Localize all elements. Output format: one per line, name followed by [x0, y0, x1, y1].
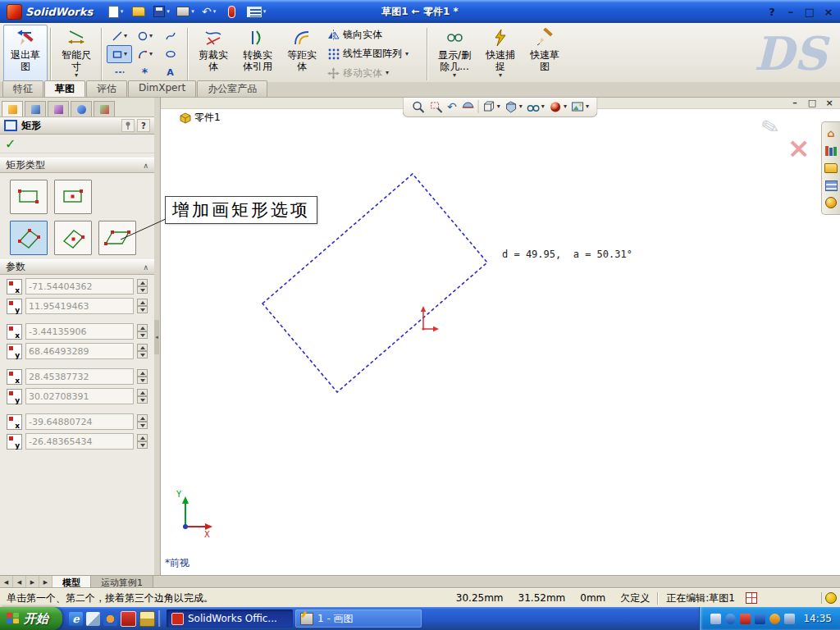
- text-tool-button[interactable]: A: [158, 63, 183, 81]
- options-button[interactable]: ▾: [245, 3, 268, 20]
- open-button[interactable]: [129, 3, 148, 20]
- coordinate-input[interactable]: [25, 343, 134, 359]
- spin-up-button[interactable]: [137, 434, 148, 441]
- feature-tree-root[interactable]: 零件1: [180, 111, 221, 125]
- save-button[interactable]: ▾: [152, 3, 171, 20]
- spin-up-button[interactable]: [137, 344, 148, 351]
- spin-down-button[interactable]: [137, 422, 148, 429]
- panel-collapse-handle[interactable]: ◂: [154, 320, 159, 354]
- first-tab-button[interactable]: ◀: [0, 576, 13, 589]
- tray-icon-6[interactable]: [784, 614, 795, 624]
- coordinate-input[interactable]: [25, 298, 134, 314]
- doc-minimize-button[interactable]: –: [788, 97, 802, 109]
- last-tab-button[interactable]: ▶: [39, 576, 52, 589]
- mirror-entities-button[interactable]: 镜向实体: [326, 27, 422, 43]
- tray-icon-1[interactable]: [710, 614, 721, 624]
- tab-evaluate[interactable]: 评估: [86, 80, 127, 97]
- spin-down-button[interactable]: [137, 306, 148, 313]
- zoom-area-button[interactable]: [428, 99, 444, 115]
- exit-sketch-button[interactable]: 退出草图: [3, 25, 48, 84]
- spin-down-button[interactable]: [137, 377, 148, 384]
- spin-up-button[interactable]: [137, 279, 148, 286]
- rapid-sketch-button[interactable]: 快速草图: [523, 25, 567, 84]
- zoom-fit-button[interactable]: [410, 99, 426, 115]
- home-icon[interactable]: ⌂: [824, 128, 838, 139]
- taskbar-clock[interactable]: 14:35: [803, 613, 832, 624]
- smart-dimension-button[interactable]: 智能尺寸 ▾: [54, 25, 98, 84]
- pushpin-icon[interactable]: [121, 119, 135, 132]
- spin-up-button[interactable]: [137, 324, 148, 331]
- mail-icon[interactable]: [139, 611, 155, 627]
- point-tool-button[interactable]: *: [132, 63, 158, 81]
- status-help-cell[interactable]: [821, 592, 840, 604]
- propertymanager-tab[interactable]: [2, 101, 23, 116]
- tray-icon-2[interactable]: [725, 614, 736, 624]
- displaymanager-tab[interactable]: [94, 101, 115, 116]
- doc-restore-button[interactable]: □: [805, 97, 819, 109]
- print-button[interactable]: ▾: [175, 3, 196, 20]
- tab-office-products[interactable]: 办公室产品: [197, 80, 267, 97]
- dimxpertmanager-tab[interactable]: [71, 101, 92, 116]
- spin-down-button[interactable]: [137, 331, 148, 339]
- convert-entities-button[interactable]: 转换实体引用: [235, 25, 280, 84]
- show-desktop-icon[interactable]: [86, 612, 100, 626]
- internet-explorer-icon[interactable]: e: [69, 612, 83, 626]
- motion-study-tab[interactable]: 运动算例1: [91, 576, 153, 589]
- offset-entities-button[interactable]: 等距实体: [280, 25, 324, 84]
- coordinate-input[interactable]: [25, 278, 134, 294]
- undo-button[interactable]: ↶▾: [199, 3, 219, 20]
- parameters-section-header[interactable]: 参数 ∧: [0, 259, 154, 275]
- edit-appearance-button[interactable]: ▾: [548, 99, 568, 115]
- featuremanager-tab[interactable]: [25, 101, 46, 116]
- rectangle-tool-button[interactable]: ▾: [107, 45, 132, 63]
- media-player-icon[interactable]: [103, 612, 117, 626]
- task-button-solidworks[interactable]: SolidWorks Offic...: [167, 609, 293, 628]
- trim-entities-button[interactable]: 剪裁实体: [191, 25, 235, 84]
- three-point-corner-rectangle-button[interactable]: [10, 221, 48, 255]
- spin-down-button[interactable]: [137, 351, 148, 358]
- view-palette-icon[interactable]: [824, 180, 838, 191]
- prev-tab-button[interactable]: ◀: [13, 576, 26, 589]
- graphics-viewport[interactable]: Y X ↶ ▾ ▾ ▾ ▾ ▾ – □ × 零件1 ⌂ ✎ × d = 49.9…: [160, 97, 840, 576]
- circle-tool-button[interactable]: ▾: [132, 27, 158, 45]
- centerline-tool-button[interactable]: [107, 63, 132, 81]
- coordinate-input[interactable]: [25, 388, 134, 404]
- panel-help-icon[interactable]: ?: [137, 119, 150, 132]
- display-style-button[interactable]: ▾: [504, 99, 523, 115]
- rebuild-button[interactable]: [222, 3, 242, 20]
- tab-sketch[interactable]: 草图: [44, 80, 85, 97]
- spin-up-button[interactable]: [137, 299, 148, 306]
- hide-show-items-button[interactable]: ▾: [526, 99, 546, 115]
- spin-down-button[interactable]: [137, 286, 148, 294]
- apply-scene-button[interactable]: ▾: [570, 99, 590, 115]
- line-tool-button[interactable]: ▾: [107, 27, 132, 45]
- coordinate-input[interactable]: [25, 433, 134, 450]
- new-document-button[interactable]: ▾: [106, 3, 126, 20]
- tab-features[interactable]: 特征: [2, 80, 43, 97]
- arc-tool-button[interactable]: ▾: [132, 45, 158, 63]
- doc-close-button[interactable]: ×: [822, 97, 837, 109]
- close-button[interactable]: ×: [820, 4, 837, 19]
- tray-icon-3[interactable]: [740, 614, 751, 624]
- tray-icon-5[interactable]: [769, 614, 780, 624]
- linear-sketch-pattern-button[interactable]: 线性草图阵列 ▾: [326, 46, 422, 62]
- design-library-icon[interactable]: [824, 145, 838, 157]
- parallelogram-button[interactable]: [98, 221, 136, 255]
- quick-snaps-button[interactable]: 快速捕捉 ▾: [478, 25, 523, 84]
- ellipse-tool-button[interactable]: [158, 45, 183, 63]
- appearances-scenes-icon[interactable]: [824, 197, 838, 208]
- display-delete-relations-button[interactable]: 显示/删除几... ▾: [431, 25, 478, 84]
- maximize-button[interactable]: □: [801, 4, 818, 19]
- help-button[interactable]: ?: [764, 4, 780, 19]
- previous-view-button[interactable]: ↶: [446, 100, 458, 113]
- solidworks-quicklaunch-icon[interactable]: [121, 611, 136, 627]
- three-point-center-rectangle-button[interactable]: [54, 221, 92, 255]
- tray-icon-4[interactable]: [755, 614, 765, 624]
- spin-up-button[interactable]: [137, 414, 148, 422]
- next-tab-button[interactable]: ▶: [26, 576, 39, 589]
- tab-dimxpert[interactable]: DimXpert: [128, 80, 196, 97]
- minimize-button[interactable]: –: [783, 4, 799, 19]
- center-rectangle-button[interactable]: [54, 180, 92, 214]
- rectangle-type-section-header[interactable]: 矩形类型 ∧: [0, 158, 154, 173]
- view-orientation-button[interactable]: ▾: [482, 99, 501, 115]
